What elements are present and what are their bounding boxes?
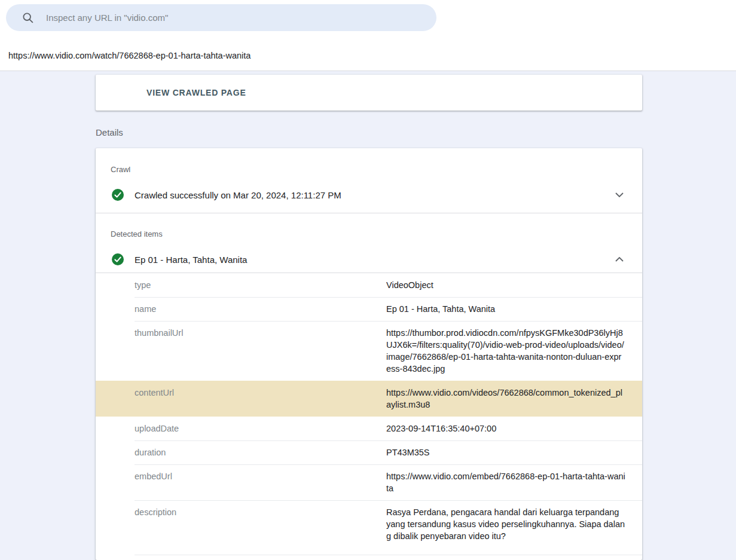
property-key: thumbnailUrl (135, 327, 386, 339)
detected-item-collapse-button[interactable] (612, 252, 627, 267)
property-value: Ep 01 - Harta, Tahta, Wanita (386, 303, 625, 315)
crawl-status-text: Crawled successfully on Mar 20, 2024, 12… (135, 190, 341, 200)
property-key: description (135, 506, 386, 518)
details-heading: Details (96, 127, 123, 137)
success-check-icon (112, 189, 124, 201)
search-icon (22, 11, 34, 24)
property-key: contentUrl (135, 387, 386, 399)
property-row: description Rasya Perdana, pengacara han… (96, 500, 642, 548)
property-row: type VideoObject (96, 273, 642, 297)
view-crawled-page-button[interactable]: VIEW CRAWLED PAGE (146, 75, 246, 111)
detected-item-row[interactable]: Ep 01 - Harta, Tahta, Wanita (96, 247, 642, 271)
crawl-expand-button[interactable] (612, 188, 627, 202)
property-key: uploadDate (135, 423, 386, 434)
property-value: 2023-09-14T16:35:40+07:00 (386, 423, 625, 434)
url-inspection-page: https://www.vidio.com/watch/7662868-ep-0… (0, 0, 736, 560)
property-row: name Ep 01 - Harta, Tahta, Wanita (96, 297, 642, 321)
top-header: https://www.vidio.com/watch/7662868-ep-0… (0, 0, 736, 71)
property-key: duration (135, 446, 386, 458)
section-divider (96, 213, 642, 213)
row-divider (135, 555, 642, 555)
property-value: https://thumbor.prod.vidiocdn.com/nfpysK… (386, 327, 625, 375)
property-row: duration PT43M35S (96, 440, 642, 464)
chevron-up-icon (615, 257, 624, 262)
property-value: Rasya Perdana, pengacara handal dari kel… (386, 506, 625, 542)
property-row: embedUrl https://www.vidio.com/embed/766… (96, 464, 642, 500)
crawl-section-label: Crawl (111, 165, 130, 174)
detected-item-title: Ep 01 - Harta, Tahta, Wanita (135, 255, 247, 265)
success-check-icon (112, 253, 124, 265)
property-key: type (135, 279, 386, 291)
property-value: https://www.vidio.com/videos/7662868/com… (386, 387, 625, 411)
crawl-status-row[interactable]: Crawled successfully on Mar 20, 2024, 12… (96, 183, 642, 207)
details-card: Crawl Crawled successfully on Mar 20, 20… (96, 148, 642, 560)
crawled-page-card: VIEW CRAWLED PAGE (96, 75, 642, 111)
detected-items-label: Detected items (111, 229, 163, 238)
property-key: embedUrl (135, 470, 386, 482)
property-row: uploadDate 2023-09-14T16:35:40+07:00 (96, 417, 642, 440)
property-value: PT43M35S (386, 446, 625, 458)
property-value: https://www.vidio.com/embed/7662868-ep-0… (386, 470, 625, 494)
url-search-bar[interactable] (6, 4, 436, 31)
property-row: thumbnailUrl https://thumbor.prod.vidioc… (96, 321, 642, 381)
property-value: VideoObject (386, 279, 625, 291)
chevron-down-icon (615, 192, 624, 197)
detected-item-properties-table: type VideoObject name Ep 01 - Harta, Tah… (96, 273, 642, 548)
property-key: name (135, 303, 386, 315)
property-row: contentUrl https://www.vidio.com/videos/… (96, 381, 642, 417)
search-input[interactable] (46, 13, 426, 23)
inspected-url: https://www.vidio.com/watch/7662868-ep-0… (8, 51, 251, 60)
